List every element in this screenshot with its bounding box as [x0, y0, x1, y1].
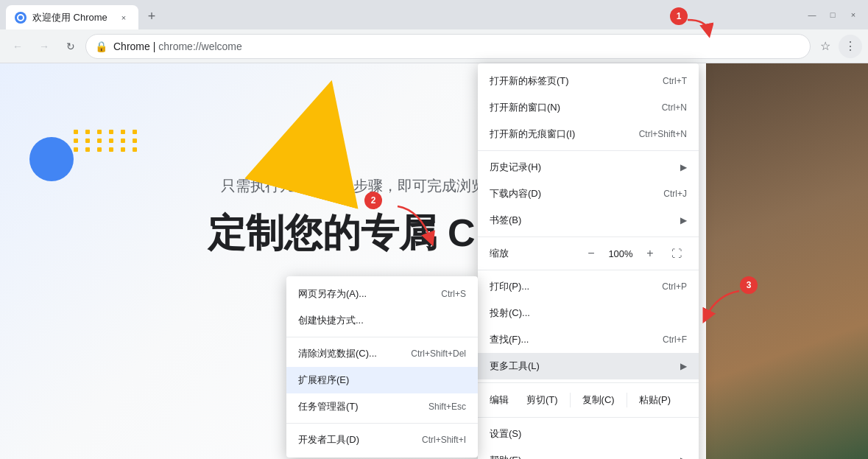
menu-item-label: 设置(S): [490, 427, 687, 441]
submenu-item-clear-data[interactable]: 清除浏览数据(C)... Ctrl+Shift+Del: [286, 340, 478, 367]
zoom-fullscreen-button[interactable]: ⛶: [666, 243, 687, 264]
bookmark-button[interactable]: ☆: [814, 35, 837, 58]
menu-item-bookmarks[interactable]: 书签(B) ▶: [478, 207, 699, 234]
tab-favicon: [15, 12, 27, 24]
submenu-item-devtools[interactable]: 开发者工具(D) Ctrl+Shift+I: [286, 427, 478, 453]
menu-item-find[interactable]: 查找(F)... Ctrl+F: [478, 326, 699, 353]
security-icon: 🔒: [95, 41, 107, 52]
menu-item-label: 打开新的标签页(T): [490, 74, 657, 88]
annotation-2: 2: [364, 192, 382, 209]
menu-item-cast[interactable]: 投射(C)...: [478, 300, 699, 326]
edit-row: 编辑 剪切(T) 复制(C) 粘贴(P): [478, 386, 699, 414]
title-bar: 欢迎使用 Chrome × + — □ ×: [0, 0, 868, 29]
menu-item-label: 历史记录(H): [490, 161, 674, 174]
forward-button[interactable]: →: [32, 35, 56, 58]
reload-button[interactable]: ↻: [59, 35, 82, 58]
menu-separator: [478, 270, 699, 270]
address-text: Chrome | chrome://welcome: [113, 41, 801, 52]
submenu-item-shortcut: Ctrl+Shift+Del: [411, 348, 466, 359]
menu-item-history[interactable]: 历史记录(H) ▶: [478, 154, 699, 181]
submenu-item-shortcut: Shift+Esc: [428, 402, 466, 412]
edit-separator: [570, 393, 571, 407]
submenu-item-label: 网页另存为(A)...: [298, 287, 441, 301]
menu-separator: [478, 150, 699, 151]
submenu-arrow-icon: ▶: [680, 162, 687, 172]
back-button[interactable]: ←: [6, 35, 29, 58]
minimize-button[interactable]: —: [803, 6, 821, 24]
submenu-item-extensions[interactable]: 扩展程序(E): [286, 367, 478, 393]
tab-close-button[interactable]: ×: [118, 12, 130, 24]
address-domain: Chrome: [113, 41, 150, 52]
menu-item-more-tools[interactable]: 更多工具(L) ▶: [478, 353, 699, 379]
zoom-label: 缩放: [490, 247, 575, 260]
submenu-item-label: 扩展程序(E): [298, 374, 466, 387]
menu-item-new-tab[interactable]: 打开新的标签页(T) Ctrl+T: [478, 68, 699, 94]
menu-item-help[interactable]: 帮助(E) ▶: [478, 447, 699, 459]
menu-item-label: 帮助(E): [490, 454, 674, 459]
menu-item-print[interactable]: 打印(P)... Ctrl+P: [478, 273, 699, 300]
menu-item-label: 投射(C)...: [490, 306, 687, 320]
arrow-1-icon: [684, 16, 713, 38]
menu-item-label: 打开新的无痕窗口(I): [490, 127, 633, 141]
page-right-inner: [706, 63, 868, 459]
address-path: chrome://welcome: [158, 41, 242, 52]
deco-circle: [29, 137, 74, 181]
submenu-item-save-page[interactable]: 网页另存为(A)... Ctrl+S: [286, 281, 478, 307]
more-tools-submenu: 网页另存为(A)... Ctrl+S 创建快捷方式... 清除浏览数据(C)..…: [286, 276, 478, 458]
arrow-3-icon: [695, 287, 754, 324]
menu-item-downloads[interactable]: 下载内容(D) Ctrl+J: [478, 181, 699, 207]
deco-dots: [74, 130, 140, 152]
new-tab-button[interactable]: +: [141, 6, 162, 27]
menu-item-shortcut: Ctrl+F: [663, 334, 687, 345]
menu-item-label: 下载内容(D): [490, 187, 657, 200]
more-tools-submenu-box: 网页另存为(A)... Ctrl+S 创建快捷方式... 清除浏览数据(C)..…: [286, 276, 478, 458]
close-button[interactable]: ×: [844, 6, 862, 24]
dropdown-menu: 打开新的标签页(T) Ctrl+T 打开新的窗口(N) Ctrl+N 打开新的无…: [478, 63, 699, 459]
cut-button[interactable]: 剪切(T): [518, 389, 567, 411]
zoom-out-button[interactable]: −: [581, 243, 601, 264]
copy-button[interactable]: 复制(C): [574, 389, 624, 411]
submenu-item-label: 开发者工具(D): [298, 433, 422, 446]
submenu-item-label: 任务管理器(T): [298, 400, 428, 413]
window-controls: — □ ×: [803, 6, 862, 24]
menu-item-label: 打印(P)...: [490, 280, 656, 293]
tab-title: 欢迎使用 Chrome: [32, 11, 112, 24]
restore-button[interactable]: □: [824, 6, 841, 24]
active-tab[interactable]: 欢迎使用 Chrome ×: [6, 5, 138, 29]
menu-item-shortcut: Ctrl+Shift+N: [639, 129, 687, 139]
chrome-menu-button[interactable]: ⋮: [839, 35, 862, 58]
submenu-arrow-icon: ▶: [680, 361, 687, 371]
submenu-item-shortcut: Ctrl+Shift+I: [422, 435, 466, 445]
edit-label: 编辑: [490, 393, 509, 407]
page-title: 定制您的专属 Ch: [208, 208, 499, 259]
menu-item-shortcut: Ctrl+T: [663, 76, 687, 86]
menu-item-label: 书签(B): [490, 214, 674, 227]
submenu-item-label: 创建快捷方式...: [298, 314, 466, 327]
menu-item-label: 打开新的窗口(N): [490, 101, 656, 114]
submenu-item-task-manager[interactable]: 任务管理器(T) Shift+Esc: [286, 393, 478, 420]
tab-favicon-inner: [17, 14, 24, 21]
menu-item-new-window[interactable]: 打开新的窗口(N) Ctrl+N: [478, 94, 699, 121]
menu-item-shortcut: Ctrl+J: [663, 189, 687, 199]
edit-separator: [627, 393, 627, 407]
menu-item-settings[interactable]: 设置(S): [478, 421, 699, 447]
zoom-value: 100%: [607, 248, 634, 259]
submenu-separator: [286, 423, 478, 424]
paste-button[interactable]: 粘贴(P): [630, 389, 680, 411]
zoom-in-button[interactable]: +: [640, 243, 660, 264]
submenu-item-label: 清除浏览数据(C)...: [298, 347, 411, 360]
menu-separator: [478, 417, 699, 418]
submenu-separator: [286, 337, 478, 337]
arrow-2-icon: [383, 203, 442, 247]
tab-strip: 欢迎使用 Chrome × +: [6, 0, 162, 29]
browser-window: 欢迎使用 Chrome × + — □ × ← → ↻ 🔒 Chrome | c…: [0, 0, 868, 459]
address-separator: |: [150, 41, 158, 52]
menu-item-incognito[interactable]: 打开新的无痕窗口(I) Ctrl+Shift+N: [478, 121, 699, 147]
submenu-item-create-shortcut[interactable]: 创建快捷方式...: [286, 307, 478, 334]
zoom-controls: − 100% +: [581, 243, 660, 264]
navbar: ← → ↻ 🔒 Chrome | chrome://welcome ☆ ⋮: [0, 29, 868, 63]
page-right-image: [706, 63, 868, 459]
menu-item-shortcut: Ctrl+P: [662, 281, 687, 292]
zoom-row: 缩放 − 100% + ⛶: [478, 240, 699, 267]
menu-item-label: 查找(F)...: [490, 333, 657, 346]
